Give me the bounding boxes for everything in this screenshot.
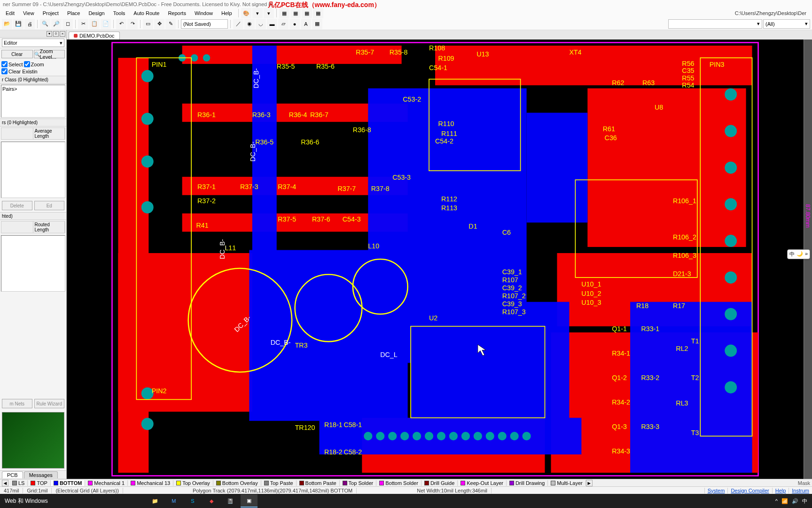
ime-more-icon[interactable]: » [805,251,808,258]
sys-tab-messages[interactable]: Messages [24,471,58,478]
layer-tab-top-solder[interactable]: Top Solder [340,480,377,486]
save-icon[interactable]: 💾 [13,19,23,29]
layer-tab-drill-drawing[interactable]: Drill Drawing [507,480,548,486]
board-preview[interactable] [2,412,64,468]
place-via-icon[interactable]: ◉ [244,19,255,29]
layer-nav-next[interactable]: ► [586,480,593,486]
layer-tab-drill-guide[interactable]: Drill Guide [422,480,458,486]
layer-tab-bottom-overlay[interactable]: Bottom Overlay [213,480,261,486]
redo-icon[interactable]: ↷ [127,19,138,29]
panel-menu-icon[interactable]: ▾ [47,31,52,37]
start-search[interactable]: Web 和 Windows [0,497,53,505]
class-list[interactable]: Pairs> [1,85,65,118]
menu-design[interactable]: Design [85,9,108,17]
link-help[interactable]: Help [772,488,789,493]
task-altium-icon[interactable]: ▣ [241,494,258,508]
zoom-level-button[interactable]: 🔍 Zoom Level... [34,50,65,58]
link-system[interactable]: System [704,488,728,493]
layer-tab-multilayer[interactable]: Multi-Layer [548,480,586,486]
check-zoom[interactable]: Zoom [24,61,44,67]
saved-selection-combo[interactable]: (Not Saved) [181,19,228,29]
panel-pin-icon[interactable]: ◊ [53,31,59,37]
grid-btn-2[interactable]: ▦ [290,8,301,18]
task-explorer-icon[interactable]: 📁 [147,494,164,508]
menu-tools[interactable]: Tools [109,9,129,17]
zoom-sel-icon[interactable]: ◻ [62,19,73,29]
layer-tab-top-overlay[interactable]: Top Overlay [173,480,213,486]
grid-btn-1[interactable]: ▦ [279,8,289,18]
sys-tab-pcb[interactable]: PCB [2,471,23,478]
cut-icon[interactable]: ✂ [78,19,88,29]
print-icon[interactable]: 🖨 [24,19,35,29]
filter-combo-1[interactable]: ▾ [668,19,762,29]
tray-ime-icon[interactable]: 中 [802,498,807,505]
layer-tab-bottom-solder[interactable]: Bottom Solder [376,480,422,486]
layer-tab-ls[interactable]: LS [9,480,28,486]
ime-mode-icon[interactable]: 🌙 [796,251,803,258]
layer-tab-mech1[interactable]: Mechanical 1 [85,480,128,486]
dropdown-2[interactable]: ▾ [264,8,274,18]
check-select[interactable]: Select [1,61,23,67]
filter-combo-2[interactable]: (All)▾ [763,19,810,29]
menu-view[interactable]: View [19,9,38,17]
layer-mask-label[interactable]: Mask [798,480,810,486]
task-skype-icon[interactable]: S [184,494,201,508]
menu-autoroute[interactable]: Auto Route [130,9,163,17]
edit-icon[interactable]: ✎ [165,19,176,29]
place-pad-icon[interactable]: ● [289,19,300,29]
place-line-icon[interactable]: ／ [233,19,243,29]
delete-button[interactable]: Delete [2,201,32,210]
task-app2-icon[interactable]: 📓 [222,494,239,508]
layer-tab-keepout[interactable]: Keep-Out Layer [458,480,507,486]
place-arc-icon[interactable]: ◡ [256,19,266,29]
link-design-compiler[interactable]: Design Compiler [727,488,772,493]
dropdown-1[interactable]: ▾ [252,8,263,18]
tray-volume-icon[interactable]: 🔊 [792,498,798,504]
menu-place[interactable]: Place [63,9,84,17]
zoom-area-icon[interactable]: 🔎 [51,19,62,29]
layer-tab-top-paste[interactable]: Top Paste [261,480,297,486]
place-fill-icon[interactable]: ▬ [267,19,277,29]
routed-list[interactable] [1,235,65,292]
layer-tab-bottom-paste[interactable]: Bottom Paste [297,480,340,486]
grid-btn-3[interactable]: ▦ [302,8,312,18]
paste-icon[interactable]: 📄 [101,19,111,29]
layer-tab-mech13[interactable]: Mechanical 13 [128,480,173,486]
undo-icon[interactable]: ↶ [116,19,126,29]
pairs-list[interactable] [1,142,65,198]
ime-float[interactable]: 中 🌙 » [787,249,810,259]
pcb-canvas[interactable]: PIN1 PIN2 PIN3 XT4 R108 R109 R35-5 R35-6… [67,40,804,479]
layer-nav-prev[interactable]: ◄ [2,480,8,486]
menu-help[interactable]: Help [218,9,236,17]
link-instruments[interactable]: Instrum [789,488,812,493]
nets-button[interactable]: m Nets [2,399,32,408]
panel-close-icon[interactable]: × [60,31,65,37]
layer-tab-bottom[interactable]: BOTTOM [51,480,85,486]
edit-button[interactable]: Ed [34,201,65,210]
place-string-icon[interactable]: A [301,19,311,29]
ime-lang[interactable]: 中 [789,251,795,258]
clear-button[interactable]: Clear [1,50,33,58]
check-clear-existing[interactable]: Clear Existin [1,68,38,74]
menu-project[interactable]: Project [39,9,62,17]
editor-combo[interactable]: Editor▾ [2,39,64,47]
menu-edit[interactable]: Edit [2,9,18,17]
layer-tab-top[interactable]: TOP [28,480,50,486]
tray-up-icon[interactable]: ^ [775,498,778,504]
rule-wizard-button[interactable]: Rule Wizard [34,399,65,408]
grid-btn-4[interactable]: ▦ [313,8,323,18]
move-icon[interactable]: ✥ [154,19,164,29]
menu-reports[interactable]: Reports [164,9,190,17]
place-comp-icon[interactable]: ▦ [312,19,322,29]
select-icon[interactable]: ▭ [143,19,153,29]
task-app1-icon[interactable]: ◆ [203,494,220,508]
place-poly-icon[interactable]: ▱ [278,19,289,29]
menu-window[interactable]: Window [191,9,217,17]
open-icon[interactable]: 📂 [2,19,12,29]
task-browser-icon[interactable]: M [165,494,182,508]
copy-icon[interactable]: 📋 [89,19,100,29]
palette-btn[interactable]: 🎨 [241,8,251,18]
zoom-fit-icon[interactable]: 🔍 [40,19,50,29]
tray-wifi-icon[interactable]: 📶 [781,498,788,504]
doc-tab-demo[interactable]: DEMO.PcbDoc [69,32,120,40]
